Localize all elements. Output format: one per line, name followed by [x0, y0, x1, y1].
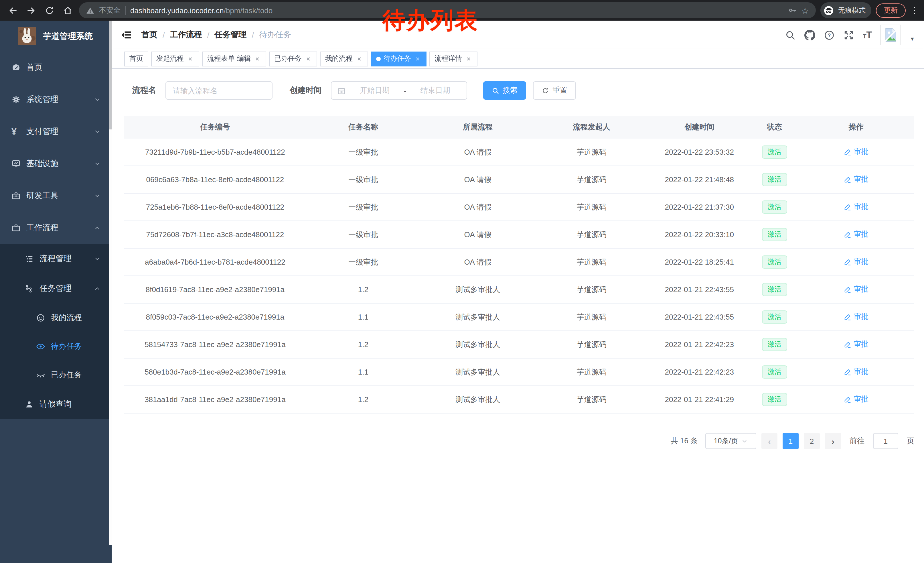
approve-link[interactable]: 审批 [844, 257, 868, 267]
cell-task-id: 069c6a63-7b8a-11ec-8ef0-acde48001122 [124, 175, 306, 184]
sidebar-scrollbar[interactable] [109, 21, 112, 545]
cell-task-name: 一级审批 [306, 230, 420, 240]
approve-link[interactable]: 审批 [844, 174, 868, 185]
cell-action: 审批 [798, 174, 914, 185]
breadcrumb-item[interactable]: 首页 [141, 30, 158, 40]
sidebar-item-devtools[interactable]: 研发工具 [0, 180, 109, 212]
cell-status: 激活 [751, 283, 798, 296]
fullscreen-icon[interactable] [843, 30, 854, 41]
approve-link[interactable]: 审批 [844, 339, 868, 350]
search-button[interactable]: 搜索 [483, 81, 526, 100]
sidebar-item-process-mgmt[interactable]: 流程管理 [0, 244, 109, 274]
reset-button[interactable]: 重置 [533, 81, 576, 100]
toolbox-icon [12, 191, 21, 200]
sidebar-item-task-mgmt[interactable]: 任务管理 [0, 274, 109, 303]
sidebar-item-workflow[interactable]: 工作流程 [0, 212, 109, 244]
sidebar-item-todo-tasks[interactable]: 待办任务 [0, 332, 109, 361]
warning-icon [86, 6, 94, 15]
table-row: 8f059c03-7ac8-11ec-a9e2-a2380e71991a1.1测… [124, 303, 914, 331]
sidebar-item-payment[interactable]: ¥支付管理 [0, 116, 109, 148]
sidebar-item-system[interactable]: 系统管理 [0, 84, 109, 116]
approve-link[interactable]: 审批 [844, 312, 868, 322]
create-time-range-picker[interactable]: 开始日期 - 结束日期 [331, 81, 467, 100]
breadcrumb-item[interactable]: 待办任务 [259, 30, 291, 40]
status-badge: 激活 [762, 311, 787, 324]
close-icon[interactable]: × [187, 55, 194, 62]
hamburger-icon[interactable] [121, 29, 132, 41]
create-time-label: 创建时间 [290, 86, 322, 96]
tab-3[interactable]: 已办任务× [269, 51, 317, 66]
sidebar-item-done-tasks[interactable]: 已办任务 [0, 361, 109, 389]
edit-icon [844, 286, 851, 293]
breadcrumb-item[interactable]: 任务管理 [214, 30, 247, 40]
star-icon[interactable]: ☆ [801, 6, 809, 15]
key-icon[interactable] [788, 6, 796, 15]
chevron-down-icon [94, 128, 101, 135]
close-icon[interactable]: × [465, 55, 472, 62]
cell-task-id: 73211d9d-7b9b-11ec-b5b7-acde48001122 [124, 148, 306, 156]
reload-icon[interactable] [42, 3, 56, 17]
page-button-2[interactable]: 2 [804, 433, 820, 449]
page-size-select[interactable]: 10条/页 [705, 433, 756, 449]
goto-page-input[interactable] [873, 433, 898, 449]
scrollbar-thumb[interactable] [109, 21, 112, 129]
home-icon[interactable] [61, 3, 74, 17]
cell-action: 审批 [798, 284, 914, 295]
sidebar-item-leave-query[interactable]: 请假查询 [0, 389, 109, 419]
table-row: 8f0d1619-7ac8-11ec-a9e2-a2380e71991a1.2测… [124, 276, 914, 303]
logo-image [18, 27, 36, 45]
github-icon[interactable] [804, 30, 815, 41]
next-page-button[interactable]: › [825, 433, 841, 449]
edit-icon [844, 176, 851, 183]
close-icon[interactable]: × [356, 55, 363, 62]
cell-created: 2022-01-22 20:33:10 [648, 230, 751, 239]
table-row: a6aba0a4-7b6d-11ec-b781-acde48001122一级审批… [124, 249, 914, 276]
close-icon[interactable]: × [414, 55, 422, 62]
gear-icon [12, 95, 21, 104]
approve-link[interactable]: 审批 [844, 147, 868, 157]
tab-5[interactable]: 待办任务× [371, 51, 426, 66]
approve-link[interactable]: 审批 [844, 367, 868, 377]
tab-4[interactable]: 我的流程× [320, 51, 368, 66]
cell-action: 审批 [798, 147, 914, 158]
caret-down-icon[interactable]: ▼ [910, 36, 915, 42]
help-icon[interactable]: ? [824, 30, 835, 41]
approve-link[interactable]: 审批 [844, 230, 868, 240]
update-button[interactable]: 更新 [876, 3, 906, 18]
tab-0[interactable]: 首页 [124, 51, 148, 66]
cell-action: 审批 [798, 367, 914, 377]
close-icon[interactable]: × [254, 55, 261, 62]
cell-process: OA 请假 [420, 257, 535, 267]
sidebar-item-infra[interactable]: 基础设施 [0, 148, 109, 180]
cell-status: 激活 [751, 366, 798, 378]
edit-icon [844, 341, 851, 348]
back-icon[interactable] [6, 3, 20, 17]
approve-link[interactable]: 审批 [844, 284, 868, 295]
close-icon[interactable]: × [304, 55, 312, 62]
tab-1[interactable]: 发起流程× [151, 51, 199, 66]
app-logo[interactable]: 芋道管理系统 [0, 21, 112, 51]
font-size-icon[interactable]: TT [863, 30, 872, 39]
approve-link[interactable]: 审批 [844, 394, 868, 405]
chevron-up-icon [94, 285, 101, 292]
process-name-input[interactable] [165, 81, 273, 100]
yen-icon: ¥ [12, 127, 21, 136]
tab-6[interactable]: 流程详情× [429, 51, 477, 66]
avatar[interactable] [880, 25, 901, 45]
search-icon[interactable] [785, 30, 796, 41]
breadcrumb-item[interactable]: 工作流程 [170, 30, 202, 40]
incognito-badge: 无痕模式 [820, 2, 872, 18]
eye-closed-icon [36, 371, 45, 380]
cell-created: 2022-01-22 21:48:48 [648, 175, 751, 184]
page-button-1[interactable]: 1 [783, 433, 799, 449]
approve-link[interactable]: 审批 [844, 202, 868, 212]
cell-process: 测试多审批人 [420, 394, 535, 405]
sidebar-item-my-process[interactable]: 我的流程 [0, 303, 109, 332]
sidebar-item-home[interactable]: 首页 [0, 51, 109, 84]
tab-2[interactable]: 流程表单-编辑× [202, 51, 266, 66]
goto-label: 前往 [850, 436, 864, 446]
page-buttons: 12 [783, 433, 820, 449]
prev-page-button[interactable]: ‹ [761, 433, 777, 449]
menu-kebab-icon[interactable]: ⋮ [910, 5, 918, 15]
forward-icon[interactable] [24, 3, 38, 17]
